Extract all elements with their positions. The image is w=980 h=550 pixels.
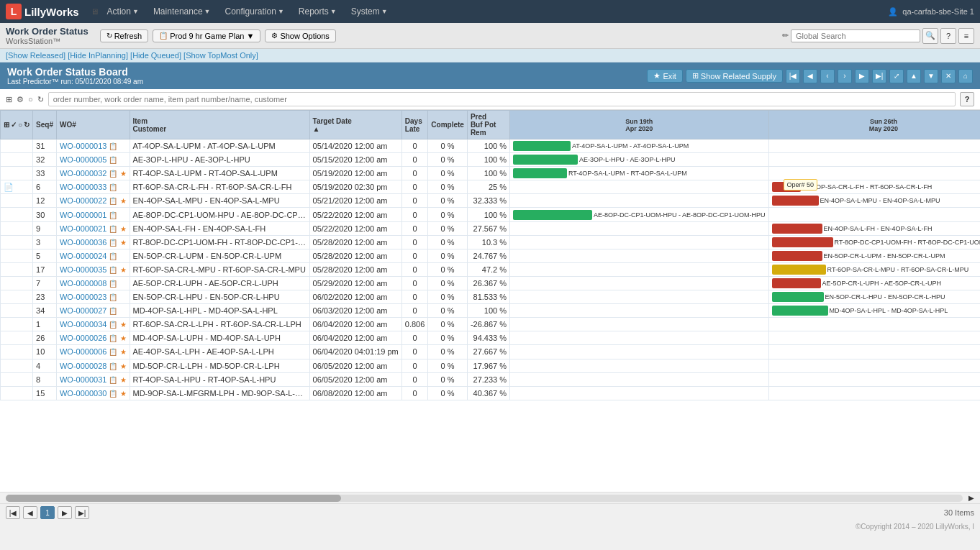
- wo-link[interactable]: WO-0000034: [60, 320, 106, 329]
- wo-link[interactable]: WO-0000036: [60, 238, 106, 247]
- next-page-button[interactable]: ▶: [58, 506, 72, 519]
- doc-icon[interactable]: 📋: [109, 252, 117, 260]
- wo-link[interactable]: WO-0000027: [60, 306, 106, 315]
- home-button[interactable]: ⌂: [958, 69, 973, 83]
- star-icon[interactable]: ★: [120, 362, 127, 370]
- col3-icon[interactable]: ↻: [24, 121, 30, 129]
- settings-icon[interactable]: ⚙: [17, 95, 24, 104]
- wo-link[interactable]: WO-0000026: [60, 334, 106, 342]
- col2-icon[interactable]: ○: [18, 121, 22, 129]
- doc-icon[interactable]: 📋: [109, 362, 117, 370]
- nav-reports[interactable]: Reports ▼: [293, 4, 342, 19]
- nav-next-small-button[interactable]: ›: [838, 69, 852, 83]
- filter-hide-inplanning[interactable]: [Hide InPlanning]: [68, 51, 128, 60]
- doc-icon[interactable]: 📋: [109, 183, 117, 191]
- prev-page-button[interactable]: ◀: [23, 506, 37, 519]
- doc-icon[interactable]: 📋: [109, 390, 117, 398]
- doc-icon[interactable]: 📋: [109, 293, 117, 301]
- star-icon[interactable]: ★: [120, 225, 127, 233]
- last-page-button[interactable]: ▶|: [75, 506, 89, 519]
- doc-icon[interactable]: 📋: [109, 225, 117, 233]
- filter-show-released[interactable]: [Show Released]: [6, 51, 65, 60]
- wo-link[interactable]: WO-0000023: [60, 293, 106, 301]
- doc-icon[interactable]: 📋: [109, 348, 117, 356]
- first-page-button[interactable]: |◀: [6, 506, 20, 519]
- down-button[interactable]: ▼: [924, 69, 938, 83]
- wo-link[interactable]: WO-0000032: [60, 169, 106, 178]
- doc-icon[interactable]: 📋: [109, 156, 117, 164]
- wo-link[interactable]: WO-0000001: [60, 211, 106, 219]
- star-icon[interactable]: ★: [120, 348, 127, 356]
- wo-link[interactable]: WO-0000028: [60, 362, 106, 370]
- file-icon[interactable]: 📄: [4, 183, 14, 191]
- expand-button[interactable]: ⤢: [889, 69, 904, 83]
- nav-maintenance[interactable]: Maintenance ▼: [148, 4, 217, 19]
- star-icon[interactable]: ★: [120, 390, 127, 398]
- star-icon[interactable]: ★: [120, 170, 127, 178]
- doc-icon[interactable]: 📋: [109, 197, 117, 205]
- doc-icon[interactable]: 📋: [109, 239, 117, 247]
- doc-icon[interactable]: 📋: [109, 170, 117, 178]
- filter-show-topmost[interactable]: [Show TopMost Only]: [183, 51, 258, 60]
- monitor-icon[interactable]: 🖥: [91, 7, 99, 16]
- wo-link[interactable]: WO-0000030: [60, 389, 106, 398]
- nav-next-button[interactable]: ▶: [855, 69, 869, 83]
- menu-button[interactable]: ≡: [958, 28, 974, 44]
- show-related-supply-button[interactable]: ⊞ Show Related Supply: [686, 69, 783, 83]
- nav-first-button[interactable]: |◀: [786, 69, 800, 83]
- wo-link[interactable]: WO-0000031: [60, 375, 106, 384]
- refresh2-icon[interactable]: ↻: [37, 95, 44, 104]
- filter-hide-queued[interactable]: [Hide Queued]: [130, 51, 181, 60]
- wo-link[interactable]: WO-0000008: [60, 279, 106, 288]
- expand-all-icon[interactable]: ⊞: [4, 121, 9, 129]
- nav-last-button[interactable]: ▶|: [872, 69, 886, 83]
- wo-link[interactable]: WO-0000024: [60, 252, 106, 260]
- doc-icon[interactable]: 📋: [109, 321, 117, 329]
- wo-link[interactable]: WO-0000022: [60, 196, 106, 205]
- show-options-button[interactable]: ⚙ Show Options: [265, 29, 335, 42]
- doc-icon[interactable]: 📋: [109, 142, 117, 150]
- star-icon[interactable]: ★: [120, 197, 127, 205]
- nav-prev-button[interactable]: ◀: [803, 69, 817, 83]
- wo-link[interactable]: WO-0000013: [60, 142, 106, 150]
- help-button[interactable]: ?: [940, 28, 956, 44]
- circle-icon[interactable]: ○: [28, 95, 33, 104]
- search-input[interactable]: [48, 92, 956, 106]
- wo-link[interactable]: WO-0000035: [60, 265, 106, 274]
- nav-system[interactable]: System ▼: [345, 4, 394, 19]
- wo-link[interactable]: WO-0000021: [60, 224, 106, 233]
- global-search-input[interactable]: [791, 29, 920, 42]
- star-icon[interactable]: ★: [120, 376, 127, 384]
- doc-icon[interactable]: 📋: [109, 307, 117, 315]
- nav-prev-small-button[interactable]: ‹: [820, 69, 835, 83]
- scroll-right-arrow[interactable]: ▶: [968, 494, 974, 502]
- wo-link[interactable]: WO-0000033: [60, 183, 106, 191]
- doc-icon[interactable]: 📋: [109, 280, 117, 288]
- star-icon[interactable]: ★: [120, 334, 127, 342]
- doc-icon[interactable]: 📋: [109, 211, 117, 219]
- wo-link[interactable]: WO-0000006: [60, 347, 106, 356]
- search-button[interactable]: 🔍: [922, 28, 938, 44]
- close-button[interactable]: ✕: [941, 69, 956, 83]
- exit-button[interactable]: ★ Exit: [647, 69, 682, 83]
- scroll-thumb[interactable]: [6, 495, 341, 502]
- refresh-button[interactable]: ↻ Refresh: [100, 29, 149, 42]
- wo-link[interactable]: WO-0000005: [60, 155, 106, 164]
- nav-configuration[interactable]: Configuration ▼: [219, 4, 290, 19]
- pencil-icon[interactable]: ✏: [782, 31, 789, 40]
- nav-action[interactable]: Action ▼: [101, 4, 145, 19]
- scroll-track[interactable]: [6, 495, 963, 502]
- col1-icon[interactable]: ✓: [11, 121, 17, 129]
- star-icon[interactable]: ★: [120, 321, 127, 329]
- doc-icon[interactable]: 📋: [109, 266, 117, 274]
- star-icon[interactable]: ★: [120, 239, 127, 247]
- table-container[interactable]: ⊞ ✓ ○ ↻ Seq# WO# ItemCustomer Target Dat…: [0, 110, 980, 492]
- page-1-button[interactable]: 1: [40, 506, 55, 519]
- doc-icon[interactable]: 📋: [109, 334, 117, 342]
- search-help-button[interactable]: ?: [960, 92, 974, 106]
- star-icon[interactable]: ★: [120, 266, 127, 274]
- prod-game-plan-button[interactable]: 📋 Prod 9 hr Game Plan ▼: [153, 29, 260, 42]
- doc-icon[interactable]: 📋: [109, 376, 117, 384]
- view-icon[interactable]: ⊞: [6, 95, 12, 104]
- up-button[interactable]: ▲: [907, 69, 921, 83]
